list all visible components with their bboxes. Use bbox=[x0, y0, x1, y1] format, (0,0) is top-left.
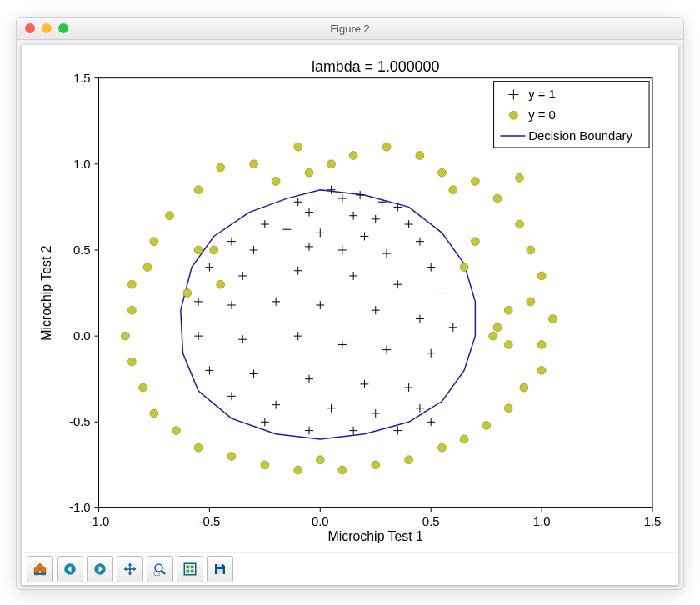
svg-point-65 bbox=[372, 461, 380, 469]
figure-window: Figure 2 lambda = 1.000000 -1.0-0.50.00.… bbox=[16, 17, 684, 590]
svg-point-33 bbox=[194, 186, 202, 194]
svg-point-78 bbox=[328, 160, 336, 168]
svg-text:-1.0: -1.0 bbox=[88, 515, 110, 528]
minimize-icon[interactable] bbox=[42, 23, 52, 33]
svg-point-50 bbox=[121, 332, 129, 340]
svg-point-75 bbox=[449, 186, 458, 194]
svg-point-71 bbox=[471, 238, 479, 246]
zoom-button[interactable] bbox=[147, 556, 173, 582]
svg-point-24 bbox=[294, 142, 302, 151]
svg-text:-0.5: -0.5 bbox=[69, 415, 91, 428]
svg-text:0.5: 0.5 bbox=[73, 243, 91, 257]
svg-rect-202 bbox=[187, 570, 190, 573]
svg-rect-200 bbox=[187, 566, 190, 569]
svg-text:1.0: 1.0 bbox=[533, 515, 551, 528]
legend-label-boundary: Decision Boundary bbox=[528, 129, 632, 142]
maximize-icon[interactable] bbox=[58, 23, 68, 33]
svg-point-29 bbox=[250, 160, 258, 168]
svg-point-48 bbox=[493, 323, 502, 332]
svg-point-37 bbox=[194, 246, 202, 254]
arrow-left-icon bbox=[62, 562, 78, 577]
svg-text:-0.5: -0.5 bbox=[199, 515, 221, 528]
close-icon[interactable] bbox=[25, 23, 35, 33]
svg-point-62 bbox=[228, 452, 236, 461]
svg-point-66 bbox=[294, 466, 302, 474]
svg-point-39 bbox=[150, 238, 158, 246]
svg-point-40 bbox=[143, 263, 152, 272]
svg-rect-204 bbox=[217, 564, 222, 568]
svg-point-35 bbox=[516, 220, 524, 228]
svg-text:1.5: 1.5 bbox=[73, 72, 91, 85]
svg-point-58 bbox=[172, 427, 181, 435]
svg-point-69 bbox=[217, 280, 225, 288]
svg-rect-201 bbox=[191, 566, 194, 569]
svg-rect-198 bbox=[154, 572, 159, 576]
svg-point-55 bbox=[150, 409, 158, 418]
svg-point-38 bbox=[210, 246, 218, 254]
svg-point-28 bbox=[438, 168, 447, 177]
svg-point-41 bbox=[538, 272, 546, 280]
svg-point-30 bbox=[217, 163, 225, 172]
move-icon bbox=[122, 562, 138, 577]
grid-icon bbox=[182, 562, 198, 577]
x-ticks: -1.0-0.50.00.51.01.5 bbox=[88, 508, 662, 528]
svg-point-57 bbox=[482, 421, 491, 429]
arrow-right-icon bbox=[92, 562, 108, 577]
svg-point-54 bbox=[139, 383, 148, 392]
svg-point-67 bbox=[338, 466, 347, 474]
chart-title: lambda = 1.000000 bbox=[312, 58, 439, 75]
svg-rect-203 bbox=[191, 570, 194, 573]
subplots-button[interactable] bbox=[177, 556, 203, 582]
svg-point-47 bbox=[504, 340, 512, 348]
svg-point-191 bbox=[509, 111, 518, 119]
svg-point-74 bbox=[516, 173, 524, 182]
svg-point-27 bbox=[416, 152, 424, 160]
svg-point-64 bbox=[405, 456, 413, 464]
pan-button[interactable] bbox=[117, 556, 143, 582]
home-button[interactable] bbox=[27, 556, 53, 582]
svg-rect-193 bbox=[34, 573, 46, 575]
window-controls bbox=[25, 23, 68, 33]
svg-text:-1.0: -1.0 bbox=[69, 501, 91, 514]
svg-point-59 bbox=[194, 443, 202, 452]
legend: y = 1 y = 0 Decision Boundary bbox=[494, 82, 649, 148]
save-button[interactable] bbox=[207, 556, 233, 582]
svg-point-72 bbox=[183, 289, 192, 298]
svg-point-76 bbox=[272, 177, 280, 185]
svg-point-31 bbox=[471, 177, 479, 185]
svg-point-43 bbox=[128, 280, 136, 288]
window-title: Figure 2 bbox=[17, 22, 683, 35]
svg-point-56 bbox=[504, 404, 512, 412]
svg-rect-205 bbox=[217, 569, 223, 574]
svg-point-53 bbox=[520, 383, 528, 392]
x-axis-label: Microchip Test 1 bbox=[328, 529, 423, 543]
titlebar[interactable]: Figure 2 bbox=[17, 18, 683, 40]
svg-text:0.0: 0.0 bbox=[312, 515, 329, 528]
svg-point-52 bbox=[538, 366, 546, 374]
svg-point-25 bbox=[349, 152, 358, 160]
matplotlib-toolbar bbox=[22, 552, 678, 585]
svg-line-197 bbox=[162, 571, 166, 575]
svg-point-36 bbox=[527, 246, 535, 254]
forward-button[interactable] bbox=[87, 556, 113, 582]
svg-point-45 bbox=[548, 315, 557, 323]
svg-rect-199 bbox=[184, 563, 196, 575]
svg-point-60 bbox=[460, 435, 468, 443]
svg-text:1.5: 1.5 bbox=[644, 515, 662, 528]
zoom-icon bbox=[152, 562, 168, 577]
svg-point-32 bbox=[493, 194, 502, 202]
plot-area: lambda = 1.000000 -1.0-0.50.00.51.01.5 -… bbox=[22, 45, 678, 552]
plot-svg: lambda = 1.000000 -1.0-0.50.00.51.01.5 -… bbox=[22, 45, 678, 552]
y-axis-label: Microchip Test 2 bbox=[39, 245, 53, 340]
svg-point-46 bbox=[538, 340, 546, 348]
svg-point-26 bbox=[382, 142, 391, 151]
svg-point-73 bbox=[504, 306, 512, 314]
svg-point-34 bbox=[166, 212, 174, 220]
svg-point-44 bbox=[128, 306, 136, 314]
svg-point-61 bbox=[438, 443, 447, 452]
back-button[interactable] bbox=[57, 556, 83, 582]
svg-point-68 bbox=[316, 456, 324, 464]
y-ticks: -1.0-0.50.00.51.01.5 bbox=[69, 72, 99, 515]
svg-text:0.5: 0.5 bbox=[422, 515, 440, 528]
svg-text:1.0: 1.0 bbox=[73, 158, 91, 171]
